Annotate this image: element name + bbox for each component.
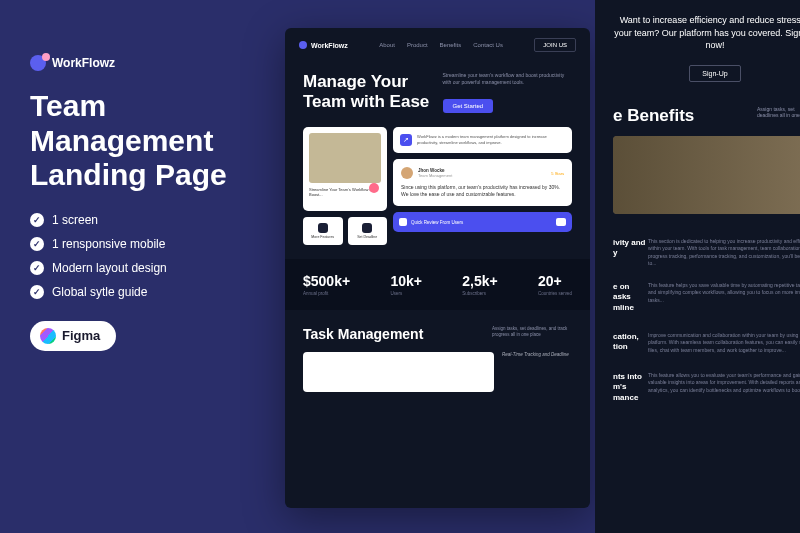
feature-text: Global sytle guide bbox=[52, 285, 147, 299]
logo-icon bbox=[299, 41, 307, 49]
task-header: Task Management Assign tasks, set deadli… bbox=[303, 326, 572, 342]
cta-section: Want to increase efficiency and reduce s… bbox=[595, 0, 800, 96]
stat-item: 2,5k+Subscribers bbox=[462, 273, 497, 296]
nav-item[interactable]: Contact Us bbox=[473, 42, 503, 48]
list-item: ✓Global sytle guide bbox=[30, 285, 260, 299]
hero-title: Manage Your Team with Ease bbox=[303, 72, 433, 113]
arrow-icon: ↗ bbox=[400, 134, 412, 146]
benefits-title: e Benefits bbox=[613, 106, 694, 126]
hero-subtitle: Streamline your team's workflow and boos… bbox=[443, 72, 573, 86]
block-text: This section is dedicated to helping you… bbox=[648, 238, 800, 268]
image-card: Streamline Your Team's Workflow and Boos… bbox=[303, 127, 387, 211]
figma-icon bbox=[40, 328, 56, 344]
review-text: Quick Review From Users bbox=[411, 220, 463, 225]
card-col-1: Streamline Your Team's Workflow and Boos… bbox=[303, 127, 387, 245]
benefits-section: e Benefits Assign tasks, set deadlines a… bbox=[595, 96, 800, 238]
card-label: Set Deadline bbox=[357, 235, 377, 239]
nav-item[interactable]: About bbox=[379, 42, 395, 48]
set-deadline-card[interactable]: Set Deadline bbox=[348, 217, 388, 245]
figma-button[interactable]: Figma bbox=[30, 321, 116, 351]
join-button[interactable]: JOIN US bbox=[534, 38, 576, 52]
benefits-image bbox=[613, 136, 800, 214]
workflowz-text: WorkFlowz is a modern team management pl… bbox=[417, 134, 565, 146]
mock-header: WorkFlowz About Product Benefits Contact… bbox=[285, 28, 590, 62]
task-title: Task Management bbox=[303, 326, 423, 342]
logo-text: WorkFlowz bbox=[311, 42, 348, 49]
testimonial-role: Team Management bbox=[418, 173, 452, 178]
figma-label: Figma bbox=[62, 328, 100, 343]
card-label: More Features bbox=[311, 235, 334, 239]
feature-text: 1 screen bbox=[52, 213, 98, 227]
folder-icon bbox=[556, 218, 566, 226]
stat-item: $500k+Annual profit bbox=[303, 273, 350, 296]
avatar bbox=[401, 167, 413, 179]
signup-button[interactable]: Sign-Up bbox=[689, 65, 740, 82]
block-text: Improve communication and collaboration … bbox=[648, 332, 800, 355]
task-section: Task Management Assign tasks, set deadli… bbox=[285, 310, 590, 392]
task-side-text: Real-Time Tracking and Deadline bbox=[502, 352, 572, 358]
block-text: This feature helps you save valuable tim… bbox=[648, 282, 800, 305]
stat-label: Subscribers bbox=[462, 291, 497, 296]
list-item: ✓Modern layout design bbox=[30, 261, 260, 275]
check-icon: ✓ bbox=[30, 213, 44, 227]
task-side: Real-Time Tracking and Deadline bbox=[502, 352, 572, 392]
brand-name: WorkFlowz bbox=[52, 56, 115, 70]
stat-label: Annual profit bbox=[303, 291, 350, 296]
benefits-header: e Benefits Assign tasks, set deadlines a… bbox=[613, 106, 800, 126]
mockup-1: WorkFlowz About Product Benefits Contact… bbox=[285, 28, 590, 508]
nav-item[interactable]: Benefits bbox=[440, 42, 462, 48]
feature-list: ✓1 screen ✓1 rensponsive mobile ✓Modern … bbox=[30, 213, 260, 299]
stat-item: 20+Countries served bbox=[538, 273, 572, 296]
task-panel: Real-Time Tracking and Deadline bbox=[303, 352, 572, 392]
workflowz-card: ↗ WorkFlowz is a modern team management … bbox=[393, 127, 572, 153]
block-title: e on asks mline bbox=[613, 282, 648, 313]
review-card[interactable]: Quick Review From Users bbox=[393, 212, 572, 232]
block-text: This feature allows you to evaluate your… bbox=[648, 372, 800, 395]
stat-label: Users bbox=[390, 291, 422, 296]
task-chart bbox=[303, 352, 494, 392]
accent-dot bbox=[369, 183, 379, 193]
deadline-icon bbox=[362, 223, 372, 233]
feature-block: ivity and y This section is dedicated to… bbox=[595, 238, 800, 282]
team-image bbox=[309, 133, 381, 183]
block-title: nts into m's mance bbox=[613, 372, 648, 403]
stat-value: 10k+ bbox=[390, 273, 422, 289]
stat-label: Countries served bbox=[538, 291, 572, 296]
mockup-2: Want to increase efficiency and reduce s… bbox=[595, 0, 800, 533]
card-grid: Streamline Your Team's Workflow and Boos… bbox=[285, 127, 590, 259]
stat-value: 2,5k+ bbox=[462, 273, 497, 289]
feature-block: nts into m's mance This feature allows y… bbox=[595, 372, 800, 422]
feature-text: 1 rensponsive mobile bbox=[52, 237, 165, 251]
block-title: ivity and y bbox=[613, 238, 648, 259]
brand: WorkFlowz bbox=[30, 55, 260, 71]
testimonial-header: Jhon Wocke Team Management 5 Stars bbox=[401, 167, 564, 179]
testimonial-text: Since using this platform, our team's pr… bbox=[401, 184, 564, 198]
more-features-card[interactable]: More Features bbox=[303, 217, 343, 245]
nav-item[interactable]: Product bbox=[407, 42, 428, 48]
list-item: ✓1 rensponsive mobile bbox=[30, 237, 260, 251]
stats-section: $500k+Annual profit 10k+Users 2,5k+Subsc… bbox=[285, 259, 590, 310]
block-title: cation, tion bbox=[613, 332, 648, 353]
feature-text: Modern layout design bbox=[52, 261, 167, 275]
review-left: Quick Review From Users bbox=[399, 218, 463, 226]
benefits-subtitle: Assign tasks, set deadlines all in one p… bbox=[757, 106, 800, 119]
testimonial-card: Jhon Wocke Team Management 5 Stars Since… bbox=[393, 159, 572, 206]
stat-item: 10k+Users bbox=[390, 273, 422, 296]
list-item: ✓1 screen bbox=[30, 213, 260, 227]
hero-section: Manage Your Team with Ease Streamline yo… bbox=[285, 62, 590, 127]
get-started-button[interactable]: Get Started bbox=[443, 99, 494, 113]
feature-block: cation, tion Improve communication and c… bbox=[595, 332, 800, 372]
check-icon: ✓ bbox=[30, 285, 44, 299]
mock-nav: About Product Benefits Contact Us bbox=[379, 42, 503, 48]
brand-icon bbox=[30, 55, 46, 71]
mock-logo: WorkFlowz bbox=[299, 41, 348, 49]
hero-sub-col: Streamline your team's workflow and boos… bbox=[443, 72, 573, 113]
check-icon: ✓ bbox=[30, 237, 44, 251]
small-cards-row: More Features Set Deadline bbox=[303, 217, 387, 245]
page-title: Team Management Landing Page bbox=[30, 89, 260, 193]
task-subtitle: Assign tasks, set deadlines, and track p… bbox=[492, 326, 572, 342]
features-icon bbox=[318, 223, 328, 233]
cta-text: Want to increase efficiency and reduce s… bbox=[613, 14, 800, 52]
review-icon bbox=[399, 218, 407, 226]
stat-value: 20+ bbox=[538, 273, 572, 289]
